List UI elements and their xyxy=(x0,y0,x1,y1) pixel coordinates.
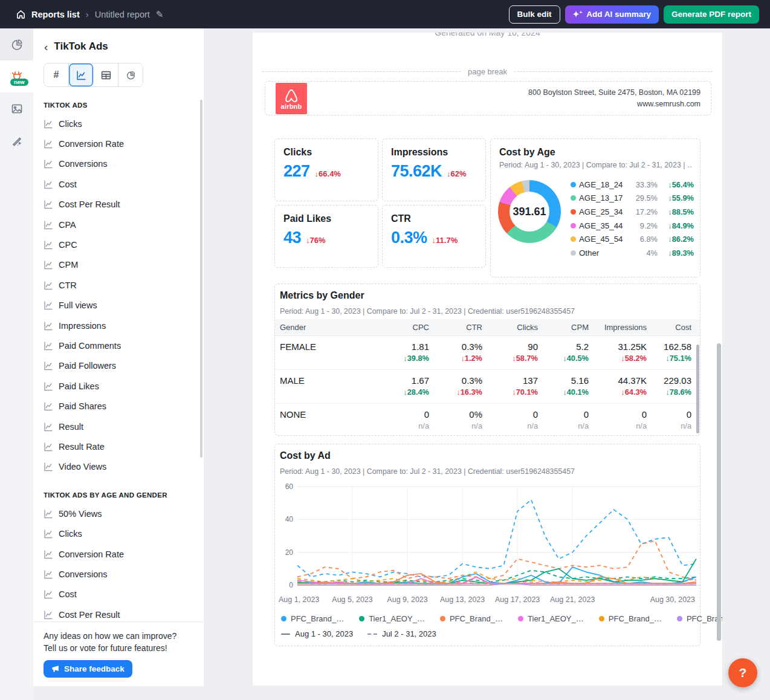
pie-chart-icon xyxy=(10,38,24,51)
line-chart-icon xyxy=(44,139,53,149)
sidebar-item-cost[interactable]: Cost xyxy=(33,174,204,194)
sidebar-title: TikTok Ads xyxy=(54,41,108,53)
series-legend-item: Tier1_AEOY_… xyxy=(359,614,425,623)
sidebar-item-paid-shares[interactable]: Paid Shares xyxy=(33,396,204,416)
kpi-card-paid-likes[interactable]: Paid Likes 43 ↓76% xyxy=(274,205,378,268)
pie-chart-icon xyxy=(126,70,136,80)
kpi-card-ctr[interactable]: CTR 0.3% ↓11.7% xyxy=(382,205,486,268)
svg-text:20: 20 xyxy=(285,548,294,557)
line-chart-icon xyxy=(44,159,53,169)
sidebar-item-clicks[interactable]: Clicks xyxy=(33,523,204,543)
sidebar-item-conversion-rate[interactable]: Conversion Rate xyxy=(33,544,204,564)
metric-delta: ↓78.6% xyxy=(647,387,691,397)
sidebar-item-label: CPC xyxy=(59,240,77,250)
sidebar-item-result[interactable]: Result xyxy=(33,416,204,436)
sidebar-item-paid-comments[interactable]: Paid Comments xyxy=(33,335,204,355)
page-scrollbar[interactable] xyxy=(717,343,721,641)
breadcrumb-chevron-icon: › xyxy=(86,9,89,19)
metric-cell: 229.03↓78.6% xyxy=(647,370,691,403)
rail-item-images[interactable] xyxy=(0,92,33,125)
cost-by-age-widget[interactable]: Cost by Age Period: Aug 1 - 30, 2023 | C… xyxy=(490,138,700,277)
metric-value: 5.2 xyxy=(538,342,589,352)
sidebar-item-label: Cost xyxy=(59,589,77,599)
metric-cell: 1.67↓28.4% xyxy=(366,370,429,403)
sidebar-item-clicks[interactable]: Clicks xyxy=(33,114,204,134)
sidebar-item-cpc[interactable]: CPC xyxy=(33,235,204,254)
line-chart-icon xyxy=(44,401,53,411)
age-legend-percent: 17.2% xyxy=(627,207,658,216)
metric-cell: 5.2↓40.5% xyxy=(538,336,589,369)
sidebar-item-cost-per-result[interactable]: Cost Per Result xyxy=(33,195,204,215)
generated-on-text: Generated on May 16, 2024 xyxy=(253,32,722,37)
kpi-card-clicks[interactable]: Clicks 227 ↓66.4% xyxy=(274,138,378,201)
metric-value: 1.81 xyxy=(366,342,429,352)
sidebar-item-conversions[interactable]: Conversions xyxy=(33,564,204,584)
cost-by-age-title: Cost by Age xyxy=(499,147,691,158)
legend-dot-icon xyxy=(518,616,523,621)
metric-delta: n/a xyxy=(482,421,538,430)
sidebar-item-ctr[interactable]: CTR xyxy=(33,275,204,295)
sidebar-item-full-views[interactable]: Full views xyxy=(33,296,204,316)
gender-label: MALE xyxy=(280,375,366,386)
back-chevron-icon[interactable]: ‹ xyxy=(44,41,48,53)
share-feedback-button[interactable]: Share feedback xyxy=(44,660,132,678)
sidebar-item-50-views[interactable]: 50% Views xyxy=(33,504,204,523)
rail-item-integrations[interactable]: new xyxy=(0,60,33,92)
report-header-widget[interactable]: airbnb 800 Boylston Street, Suite 2475, … xyxy=(265,81,711,115)
sidebar: ‹ TikTok Ads # TIKTOK ADSClicksConversio… xyxy=(33,28,204,686)
generate-pdf-button[interactable]: Generate PDF report xyxy=(664,5,759,24)
sidebar-item-label: Cost Per Result xyxy=(59,199,120,209)
svg-text:40: 40 xyxy=(285,515,294,523)
metric-value: 90 xyxy=(482,342,538,352)
line-chart-icon xyxy=(44,509,53,519)
x-axis-labels: Aug 1, 2023Aug 5, 2023Aug 9, 2023Aug 13,… xyxy=(275,595,700,605)
series-line-previous xyxy=(297,541,696,580)
picker-line-chart-widget[interactable] xyxy=(69,63,94,86)
age-legend: AGE_18_2433.3%↓56.4%AGE_13_1729.5%↓55.9%… xyxy=(571,178,694,260)
series-legend: PFC_Brand_…Tier1_AEOY_…PFC_Brand_…Tier1_… xyxy=(281,614,723,623)
sidebar-item-cost[interactable]: Cost xyxy=(33,585,204,604)
sidebar-item-cpm[interactable]: CPM xyxy=(33,255,204,275)
sidebar-scrollbar[interactable] xyxy=(200,100,202,458)
sidebar-item-impressions[interactable]: Impressions xyxy=(33,316,204,335)
edit-title-icon[interactable]: ✎ xyxy=(156,9,164,20)
sidebar-item-paid-likes[interactable]: Paid Likes xyxy=(33,376,204,396)
sidebar-item-video-views[interactable]: Video Views xyxy=(33,457,204,477)
rail-item-charts[interactable] xyxy=(0,28,33,60)
breadcrumb-home-label: Reports list xyxy=(31,10,80,19)
sidebar-item-cpa[interactable]: CPA xyxy=(33,215,204,235)
sidebar-item-paid-followers[interactable]: Paid Followers xyxy=(33,356,204,376)
kpi-card-impressions[interactable]: Impressions 75.62K ↓62% xyxy=(382,138,486,201)
gender-table-scrollbar[interactable] xyxy=(696,345,699,433)
help-button[interactable]: ? xyxy=(728,658,757,687)
metric-cell: 0n/a xyxy=(647,404,691,437)
rail-item-ai-tools[interactable] xyxy=(0,125,33,157)
legend-dot-icon xyxy=(571,236,576,242)
cost-by-ad-widget[interactable]: Cost by Ad Period: Aug 1 - 30, 2023 | Co… xyxy=(274,444,700,646)
donut-center-value: 391.61 xyxy=(513,206,546,218)
table-row-female: FEMALE1.81↓39.8%0.3%↓1.2%90↓58.7%5.2↓40.… xyxy=(275,335,700,369)
age-legend-percent: 29.5% xyxy=(627,193,658,203)
kpi-title: Clicks xyxy=(283,147,369,158)
picker-pie-chart-widget[interactable] xyxy=(118,63,143,86)
metric-delta: ↓16.3% xyxy=(429,387,482,397)
metrics-by-gender-widget[interactable]: Metrics by Gender Period: Aug 1 - 30, 20… xyxy=(274,284,700,436)
line-chart-icon xyxy=(44,199,53,209)
metric-value: 44.37K xyxy=(589,375,647,386)
sidebar-item-conversions[interactable]: Conversions xyxy=(33,154,204,174)
picker-table-widget[interactable] xyxy=(94,63,118,86)
picker-number-widget[interactable]: # xyxy=(44,63,69,86)
line-chart-icon xyxy=(44,280,53,290)
sidebar-section-label: TIKTOK ADS BY AGE AND GENDER xyxy=(44,491,204,499)
sidebar-item-conversion-rate[interactable]: Conversion Rate xyxy=(33,134,204,154)
legend-dot-icon xyxy=(359,616,364,621)
series-legend-label: Tier1_AEOY_… xyxy=(528,614,584,623)
series-line-previous xyxy=(297,500,696,577)
sidebar-item-result-rate[interactable]: Result Rate xyxy=(33,436,204,456)
bulk-edit-button[interactable]: Bulk edit xyxy=(509,5,560,24)
add-ai-summary-button[interactable]: ✦+ Add AI summary xyxy=(565,5,659,24)
kpi-value: 227 xyxy=(283,162,310,181)
metric-value: 31.25K xyxy=(589,342,647,352)
age-legend-label: AGE_35_44 xyxy=(579,221,627,230)
breadcrumb-reports-list[interactable]: Reports list xyxy=(16,9,80,19)
